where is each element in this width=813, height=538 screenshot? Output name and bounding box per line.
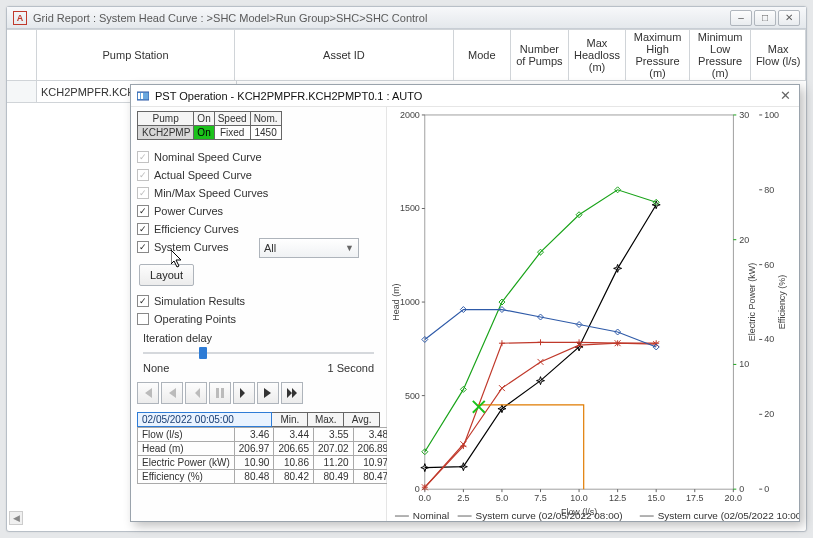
svg-text:Efficiency (%): Efficiency (%)	[777, 275, 787, 329]
play-button[interactable]	[257, 382, 279, 404]
checkbox-box-icon	[137, 187, 149, 199]
summary-col-max: Max.	[308, 412, 344, 427]
pst-operation-dialog: PST Operation - KCH2PMPFR.KCH2PMPT0.1 : …	[130, 84, 800, 522]
pump-table: Pump On Speed Nom. KCH2PMP On Fixed 1450	[137, 111, 282, 140]
slider-min-label: None	[143, 362, 169, 374]
summary-cell: 3.44	[274, 428, 314, 442]
grid-row-marker[interactable]	[7, 81, 37, 103]
checkbox-label: Operating Points	[154, 313, 236, 325]
scroll-left-button[interactable]: ◀	[9, 511, 23, 525]
chart-area[interactable]: 05001000150020000.02.55.07.510.012.515.0…	[387, 107, 799, 521]
svg-text:12.5: 12.5	[609, 493, 626, 503]
checkbox-label: Simulation Results	[154, 295, 245, 307]
frame-fwd-button[interactable]	[233, 382, 255, 404]
summary-cell: 10.90	[234, 456, 274, 470]
system-curves-select[interactable]: All ▼	[259, 238, 359, 258]
svg-rect-2	[141, 93, 143, 99]
slider-max-label: 1 Second	[328, 362, 374, 374]
checkbox-label: System Curves	[154, 241, 229, 253]
svg-text:500: 500	[405, 391, 420, 401]
svg-text:100: 100	[764, 110, 779, 120]
grid-col-1[interactable]: Pump Station	[37, 29, 235, 80]
svg-text:Nominal: Nominal	[413, 510, 449, 521]
summary-cell: 206.65	[274, 442, 314, 456]
pump-table-head-nom: Nom.	[250, 112, 281, 126]
slider-thumb[interactable]	[199, 347, 207, 359]
grid-col-0[interactable]	[7, 29, 37, 80]
svg-text:60: 60	[764, 260, 774, 270]
checkbox-power[interactable]: Power Curves	[137, 202, 380, 220]
checkbox-label: Actual Speed Curve	[154, 169, 252, 181]
checkbox-box-icon	[137, 313, 149, 325]
grid-col-6[interactable]: Maximum High Pressure (m)	[626, 29, 690, 80]
summary-cell: 3.55	[313, 428, 353, 442]
pump-name-cell[interactable]: KCH2PMP	[138, 126, 194, 140]
controls-panel: Pump On Speed Nom. KCH2PMP On Fixed 1450…	[131, 107, 387, 521]
checkbox-box-icon	[137, 151, 149, 163]
checkbox-sim[interactable]: Simulation Results	[137, 292, 380, 310]
checkbox-eff[interactable]: Efficiency Curves	[137, 220, 380, 238]
svg-text:20: 20	[739, 235, 749, 245]
svg-text:1000: 1000	[400, 297, 420, 307]
maximize-button[interactable]: □	[754, 10, 776, 26]
frame-back-button[interactable]	[185, 382, 207, 404]
svg-text:10: 10	[739, 359, 749, 369]
summary-timestamp[interactable]: 02/05/2022 00:05:00	[137, 412, 272, 427]
app-logo-icon: A	[13, 11, 27, 25]
svg-text:System curve (02/05/2022 10:00: System curve (02/05/2022 10:00)	[658, 510, 799, 521]
svg-text:2.5: 2.5	[457, 493, 469, 503]
dialog-icon	[137, 90, 149, 102]
checkbox-label: Nominal Speed Curve	[154, 151, 262, 163]
outer-titlebar: A Grid Report : System Head Curve : >SHC…	[7, 7, 806, 29]
summary-row-label: Flow (l/s)	[138, 428, 235, 442]
checkbox-box-icon	[137, 295, 149, 307]
summary-cell: 80.42	[274, 470, 314, 484]
pause-button[interactable]	[209, 382, 231, 404]
grid-col-3[interactable]: Mode	[454, 29, 512, 80]
checkbox-nominal: Nominal Speed Curve	[137, 148, 380, 166]
checkbox-minmax: Min/Max Speed Curves	[137, 184, 380, 202]
skip-start-button[interactable]	[137, 382, 159, 404]
pump-on-cell[interactable]: On	[194, 126, 214, 140]
grid-col-5[interactable]: Max Headloss (m)	[569, 29, 627, 80]
checkbox-box-icon	[137, 241, 149, 253]
checkbox-op[interactable]: Operating Points	[137, 310, 380, 328]
svg-text:Electric Power (kW): Electric Power (kW)	[747, 263, 757, 341]
pump-table-head-on: On	[194, 112, 214, 126]
iteration-delay-slider[interactable]	[143, 346, 374, 360]
layout-button[interactable]: Layout	[139, 264, 194, 286]
svg-rect-1	[138, 93, 140, 99]
checkbox-label: Power Curves	[154, 205, 223, 217]
summary-cell: 206.97	[234, 442, 274, 456]
grid-col-2[interactable]: Asset ID	[235, 29, 453, 80]
summary-cell: 80.48	[234, 470, 274, 484]
svg-text:20: 20	[764, 409, 774, 419]
summary-cell: 3.46	[234, 428, 274, 442]
close-button[interactable]: ✕	[778, 10, 800, 26]
summary-col-min: Min.	[272, 412, 308, 427]
svg-rect-4	[221, 388, 224, 398]
summary-cell: 80.49	[313, 470, 353, 484]
svg-text:15.0: 15.0	[647, 493, 664, 503]
dialog-title-text: PST Operation - KCH2PMPFR.KCH2PMPT0.1 : …	[155, 90, 771, 102]
svg-text:System curve (02/05/2022 08:00: System curve (02/05/2022 08:00)	[476, 510, 623, 521]
svg-text:10.0: 10.0	[570, 493, 587, 503]
summary-table: 02/05/2022 00:05:00 Min. Max. Avg. Flow …	[137, 412, 380, 484]
pump-nom-cell[interactable]: 1450	[250, 126, 281, 140]
step-back-button[interactable]	[161, 382, 183, 404]
grid-col-8[interactable]: Max Flow (l/s)	[751, 29, 806, 80]
skip-end-button[interactable]	[281, 382, 303, 404]
svg-text:17.5: 17.5	[686, 493, 703, 503]
checkbox-box-icon	[137, 223, 149, 235]
pump-speed-cell[interactable]: Fixed	[214, 126, 250, 140]
grid-col-4[interactable]: Number of Pumps	[511, 29, 569, 80]
summary-row-label: Efficiency (%)	[138, 470, 235, 484]
svg-text:5.0: 5.0	[496, 493, 508, 503]
dialog-close-button[interactable]: ✕	[777, 88, 793, 104]
minimize-button[interactable]: –	[730, 10, 752, 26]
grid-col-7[interactable]: Minimum Low Pressure (m)	[690, 29, 752, 80]
svg-text:0: 0	[764, 484, 769, 494]
grid-head: Pump StationAsset IDModeNumber of PumpsM…	[7, 29, 806, 81]
dialog-titlebar[interactable]: PST Operation - KCH2PMPFR.KCH2PMPT0.1 : …	[131, 85, 799, 107]
svg-text:1500: 1500	[400, 203, 420, 213]
